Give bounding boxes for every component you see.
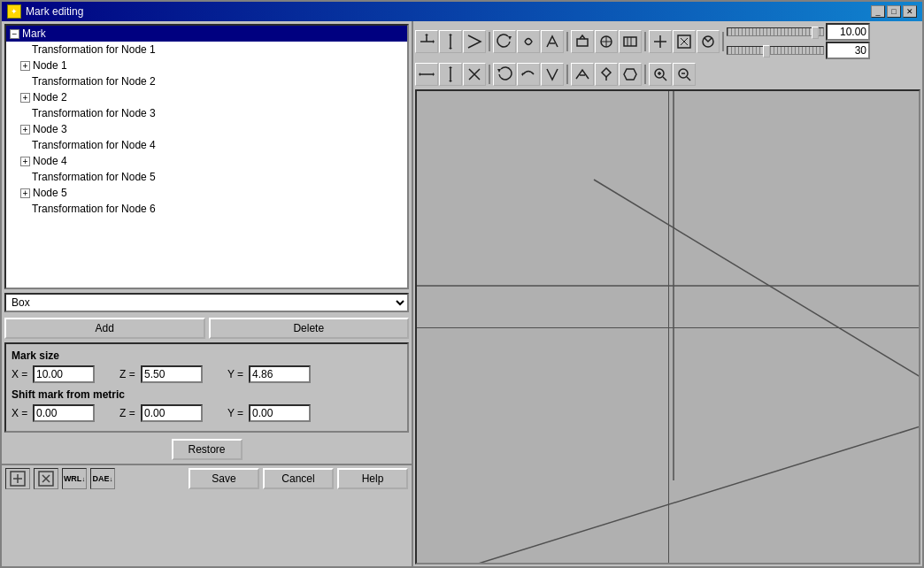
svg-marker-13	[449, 81, 452, 82]
shift-y-input[interactable]	[249, 404, 311, 422]
expand-mark[interactable]: −	[10, 29, 19, 39]
mark-y-label: Y =	[227, 368, 245, 380]
tree-item-node5[interactable]: +Node 5	[6, 185, 407, 201]
tool-btn-4[interactable]	[493, 30, 516, 53]
tool-btn-3[interactable]	[463, 30, 486, 53]
svg-marker-15	[497, 69, 501, 73]
toolbar: 10.00 30	[413, 21, 922, 61]
svg-marker-16	[521, 73, 523, 76]
add-button[interactable]: Add	[4, 318, 205, 339]
type-dropdown[interactable]: Box Sphere Cylinder Cone	[4, 293, 409, 312]
svg-marker-12	[419, 73, 420, 76]
tree-item-transform5[interactable]: Transformation for Node 5	[6, 169, 407, 185]
tool2-btn-8[interactable]	[595, 63, 618, 86]
tool2-btn-3[interactable]	[463, 63, 486, 86]
svg-marker-11	[433, 73, 435, 76]
tool2-btn-2[interactable]	[439, 63, 462, 86]
left-panel: −Mark Transformation for Node 1 +Node 1 …	[2, 21, 413, 566]
toolbar2-sep-1	[489, 65, 490, 84]
svg-line-21	[461, 410, 919, 563]
save-button[interactable]: Save	[189, 468, 259, 489]
minimize-button[interactable]: _	[871, 5, 885, 18]
title-bar-left: ✦ Mark editing	[7, 4, 83, 19]
shift-z-input[interactable]	[141, 404, 203, 422]
bottom-dae[interactable]: DAE↓	[90, 468, 115, 489]
svg-rect-7	[577, 39, 588, 46]
tree-item-node2[interactable]: +Node 2	[6, 89, 407, 105]
svg-text:Z: Z	[443, 561, 452, 563]
toolbar-sep-2	[566, 32, 568, 51]
tool-btn-5[interactable]	[517, 30, 540, 53]
tool-btn-8[interactable]	[595, 30, 618, 53]
shift-z-label: Z =	[119, 407, 137, 419]
tool-btn-2[interactable]	[439, 30, 462, 53]
slider-row-2: 30	[727, 42, 870, 59]
title-bar: ✦ Mark editing _ □ ✕	[2, 2, 922, 21]
tool-btn-7[interactable]	[571, 30, 594, 53]
expand-node5[interactable]: +	[20, 188, 30, 198]
mark-x-label: X =	[12, 368, 29, 380]
tree-item-node1[interactable]: +Node 1	[6, 58, 407, 73]
slider-group: 10.00 30	[727, 23, 870, 59]
slider-1[interactable]	[727, 27, 824, 36]
mark-y-input[interactable]	[249, 365, 311, 383]
shift-mark-row: X = Z = Y =	[12, 404, 402, 422]
svg-marker-2	[433, 40, 435, 43]
tool2-btn-1[interactable]	[415, 63, 438, 86]
svg-marker-14	[449, 66, 452, 68]
zoom-in-btn[interactable]	[649, 63, 672, 86]
mark-z-input[interactable]	[141, 365, 203, 383]
mark-x-input[interactable]	[33, 365, 95, 383]
maximize-button[interactable]: □	[887, 5, 901, 18]
expand-node2[interactable]: +	[20, 93, 30, 103]
slider-2[interactable]	[727, 46, 824, 55]
toolbar2-sep-3	[644, 65, 646, 84]
cancel-button[interactable]: Cancel	[263, 468, 334, 489]
tool-btn-12[interactable]	[697, 30, 720, 53]
expand-node4[interactable]: +	[20, 157, 30, 166]
expand-node1[interactable]: +	[20, 61, 30, 71]
zoom-out-btn[interactable]	[673, 63, 696, 86]
shift-x-label: X =	[12, 407, 29, 419]
bottom-icon2	[34, 468, 58, 489]
shift-x-input[interactable]	[33, 404, 95, 422]
bottom-wrl[interactable]: WRL↓	[62, 468, 87, 489]
window-icon: ✦	[7, 4, 21, 19]
tool2-btn-9[interactable]	[619, 63, 642, 86]
svg-marker-6	[508, 36, 512, 40]
toolbar2-sep-2	[566, 65, 568, 84]
svg-marker-3	[425, 34, 428, 35]
svg-line-24	[594, 180, 919, 410]
properties-panel: Mark size X = Z = Y = Shift mark from me…	[4, 342, 409, 433]
help-button[interactable]: Help	[337, 468, 408, 489]
tree-item-mark[interactable]: −Mark	[6, 26, 407, 42]
delete-button[interactable]: Delete	[209, 318, 410, 339]
toolbar-sep-4	[722, 32, 724, 51]
svg-marker-5	[449, 48, 452, 50]
tree-item-transform4[interactable]: Transformation for Node 4	[6, 137, 407, 153]
tool-btn-1[interactable]	[415, 30, 438, 53]
tool-btn-10[interactable]	[649, 30, 672, 53]
tool2-btn-6[interactable]	[541, 63, 564, 86]
main-window: ✦ Mark editing _ □ ✕ −Mark Transformatio…	[0, 0, 924, 568]
close-button[interactable]: ✕	[903, 5, 917, 18]
tool-btn-9[interactable]	[619, 30, 642, 53]
canvas-area[interactable]: X Z	[415, 89, 920, 564]
tree-item-node3[interactable]: +Node 3	[6, 121, 407, 137]
tree-item-transform1[interactable]: Transformation for Node 1	[6, 42, 407, 58]
tree-item-transform3[interactable]: Transformation for Node 3	[6, 105, 407, 121]
tool2-btn-5[interactable]	[517, 63, 540, 86]
expand-node3[interactable]: +	[20, 125, 30, 134]
tree-item-transform2[interactable]: Transformation for Node 2	[6, 73, 407, 89]
tool-btn-6[interactable]	[541, 30, 564, 53]
canvas-svg: X Z	[417, 91, 919, 563]
tool2-btn-4[interactable]	[493, 63, 516, 86]
restore-button[interactable]: Restore	[172, 439, 243, 460]
mark-size-title: Mark size	[12, 349, 402, 362]
tree-item-transform6[interactable]: Transformation for Node 6	[6, 201, 407, 217]
add-delete-row: Add Delete	[2, 314, 412, 342]
tree-container[interactable]: −Mark Transformation for Node 1 +Node 1 …	[4, 24, 409, 289]
tree-item-node4[interactable]: +Node 4	[6, 153, 407, 169]
tool-btn-11[interactable]	[673, 30, 696, 53]
tool2-btn-7[interactable]	[571, 63, 594, 86]
